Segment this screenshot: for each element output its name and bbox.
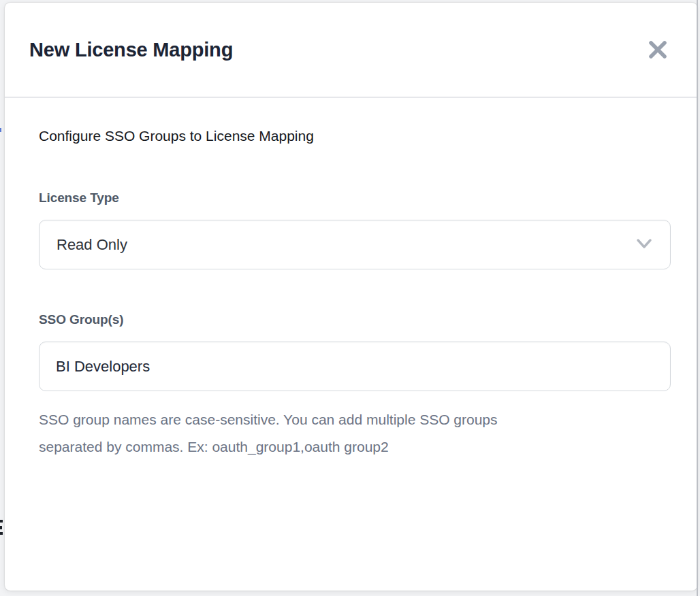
sso-groups-input[interactable]: [39, 342, 671, 391]
background-content-fragment: [0, 532, 3, 535]
license-type-label: License Type: [39, 190, 663, 206]
background-content-fragment: [0, 520, 3, 523]
license-type-field-group: License Type Read Only: [39, 190, 663, 269]
chevron-down-icon: [633, 237, 655, 252]
background-content-fragment: [0, 526, 2, 529]
background-content-fragment: [0, 128, 1, 132]
sso-groups-helper-text: SSO group names are case-sensitive. You …: [39, 406, 536, 461]
dialog-description: Configure SSO Groups to License Mapping: [39, 127, 663, 145]
window-edge-divider: [697, 0, 698, 596]
close-button[interactable]: [647, 39, 669, 61]
license-type-select[interactable]: Read Only: [39, 220, 671, 269]
close-icon: [648, 39, 668, 60]
dialog-header: New License Mapping: [5, 3, 697, 98]
sso-groups-label: SSO Group(s): [39, 312, 663, 328]
dialog-body: Configure SSO Groups to License Mapping …: [5, 98, 697, 461]
new-license-mapping-dialog: New License Mapping Configure SSO Groups…: [5, 3, 697, 591]
license-type-selected-value: Read Only: [57, 236, 127, 254]
sso-groups-field-group: SSO Group(s) SSO group names are case-se…: [39, 312, 663, 461]
dialog-title: New License Mapping: [29, 39, 233, 61]
